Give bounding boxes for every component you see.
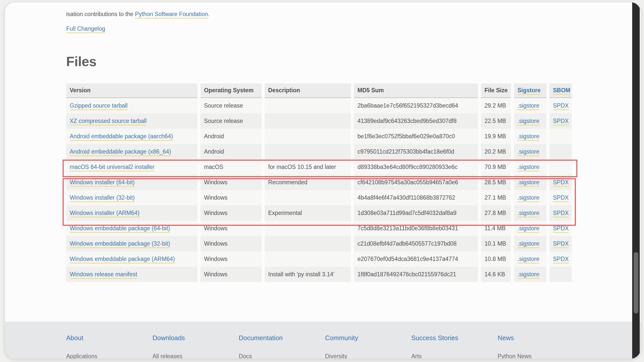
cell-description bbox=[263, 98, 352, 114]
footer-heading-link[interactable]: News bbox=[498, 334, 584, 342]
cell-version: Android embeddable package (x86_64) bbox=[66, 144, 199, 159]
footer-column: DocumentationDocs bbox=[239, 334, 325, 359]
footer-column: Success StoriesArts bbox=[411, 334, 498, 359]
version-link[interactable]: Android embeddable package (x86_64) bbox=[70, 148, 171, 155]
footer-link[interactable]: All releases bbox=[152, 353, 239, 359]
sigstore-link[interactable]: .sigstore bbox=[517, 256, 539, 262]
cell-sigstore: .sigstore bbox=[512, 98, 548, 114]
cell-description bbox=[263, 236, 352, 251]
footer-column: DownloadsAll releases bbox=[152, 334, 239, 359]
cell-version: XZ compressed source tarball bbox=[66, 113, 199, 129]
footer-heading-link[interactable]: Community bbox=[325, 334, 411, 342]
cell-sigstore: .sigstore bbox=[512, 144, 548, 159]
psf-link[interactable]: Python Software Foundation bbox=[135, 11, 208, 17]
sigstore-link[interactable]: .sigstore bbox=[517, 133, 539, 140]
sigstore-link[interactable]: .sigstore bbox=[517, 271, 539, 278]
footer-column: AboutApplications bbox=[66, 334, 152, 359]
cell-version: Windows embeddable package (32-bit) bbox=[66, 236, 199, 251]
footer-link[interactable]: Docs bbox=[239, 353, 325, 359]
cell-description bbox=[263, 113, 352, 129]
sigstore-link[interactable]: .sigstore bbox=[517, 240, 539, 247]
sbom-link[interactable]: SPDX bbox=[553, 256, 569, 262]
version-link[interactable]: Gzipped source tarball bbox=[70, 102, 128, 109]
cell-description bbox=[263, 144, 352, 159]
footer-link[interactable]: Diversity bbox=[325, 353, 411, 359]
cell-sbom: SPDX bbox=[548, 113, 572, 129]
cell-sbom bbox=[548, 129, 572, 144]
cell-description: Install with 'py install 3.14' bbox=[263, 267, 352, 282]
column-header-description: Description bbox=[263, 83, 352, 98]
footer: AboutApplicationsDownloadsAll releasesDo… bbox=[5, 322, 641, 359]
sigstore-link[interactable]: .sigstore bbox=[517, 118, 539, 124]
table-row: Android embeddable package (aarch64)Andr… bbox=[66, 129, 572, 144]
column-header-os: Operating System bbox=[199, 83, 263, 98]
cell-file-size: 19.9 MB bbox=[479, 129, 512, 144]
footer-column: NewsPython News bbox=[498, 334, 584, 359]
scrollbar-thumb[interactable] bbox=[634, 252, 638, 313]
column-header-file-size: File Size bbox=[479, 83, 512, 98]
cell-description bbox=[263, 129, 352, 144]
version-link[interactable]: Windows embeddable package (64-bit) bbox=[70, 225, 170, 232]
intro-paragraph: isation contributions to the Python Soft… bbox=[66, 10, 210, 18]
cell-version: Android embeddable package (aarch64) bbox=[66, 129, 199, 144]
cell-os: Windows bbox=[199, 236, 263, 251]
cell-md5: be1f8e3ec0752f5bbaf6e029e0a870c0 bbox=[352, 129, 479, 144]
cell-os: Windows bbox=[199, 267, 263, 282]
cell-sigstore: .sigstore bbox=[512, 251, 548, 267]
cell-os: Source release bbox=[199, 98, 263, 114]
footer-link[interactable]: Python News bbox=[498, 353, 584, 359]
sbom-link[interactable]: SPDX bbox=[553, 102, 569, 109]
cell-file-size: 29.2 MB bbox=[479, 98, 512, 114]
footer-heading-link[interactable]: About bbox=[66, 334, 152, 342]
table-row: Android embeddable package (x86_64)Andro… bbox=[66, 144, 572, 159]
version-link[interactable]: Windows embeddable package (ARM64) bbox=[70, 256, 175, 262]
cell-os: Windows bbox=[199, 251, 263, 267]
sbom-link[interactable]: SPDX bbox=[553, 118, 569, 124]
version-link[interactable]: Android embeddable package (aarch64) bbox=[70, 133, 173, 140]
cell-sigstore: .sigstore bbox=[512, 236, 548, 251]
intro-text-fragment: isation contributions to the bbox=[66, 11, 135, 17]
highlight-box-windows-installer-rows bbox=[63, 178, 576, 226]
footer-heading-link[interactable]: Downloads bbox=[152, 334, 239, 342]
browser-page: isation contributions to the Python Soft… bbox=[5, 2, 641, 359]
cell-file-size: 10.8 MB bbox=[479, 251, 512, 267]
sentence-end: . bbox=[208, 11, 210, 17]
sigstore-link[interactable]: .sigstore bbox=[517, 148, 539, 155]
cell-md5: c9795011cd212f75303bb4fac18e6f0d bbox=[352, 144, 479, 159]
scrollbar-track[interactable] bbox=[632, 2, 640, 359]
footer-link[interactable]: Applications bbox=[66, 353, 152, 359]
cell-os: Android bbox=[199, 129, 263, 144]
version-link[interactable]: Windows embeddable package (32-bit) bbox=[70, 240, 170, 247]
column-header-sbom-link[interactable]: SBOM bbox=[553, 87, 570, 94]
footer-heading-link[interactable]: Success Stories bbox=[411, 334, 498, 342]
table-row: Windows embeddable package (ARM64)Window… bbox=[66, 251, 572, 267]
table-header-row: Version Operating System Description MD5… bbox=[66, 83, 572, 98]
version-link[interactable]: Windows release manifest bbox=[70, 271, 137, 278]
column-header-sigstore-link[interactable]: Sigstore bbox=[517, 87, 541, 94]
table-row: Windows release manifestWindowsInstall w… bbox=[66, 267, 572, 282]
cell-md5: 1f8f0ad1876492476cbc02155976dc21 bbox=[352, 267, 479, 282]
files-heading: Files bbox=[66, 54, 97, 69]
column-header-md5: MD5 Sum bbox=[352, 83, 479, 98]
cell-version: Gzipped source tarball bbox=[66, 98, 199, 114]
footer-link[interactable]: Arts bbox=[411, 353, 498, 359]
cell-os: Source release bbox=[199, 113, 263, 129]
highlight-box-macos-installer-row bbox=[63, 160, 577, 177]
footer-heading-link[interactable]: Documentation bbox=[239, 334, 325, 342]
cell-sigstore: .sigstore bbox=[512, 267, 548, 282]
footer-columns: AboutApplicationsDownloadsAll releasesDo… bbox=[5, 322, 641, 359]
cell-sigstore: .sigstore bbox=[512, 129, 548, 144]
cell-file-size: 20.2 MB bbox=[479, 144, 512, 159]
cell-description bbox=[263, 251, 352, 267]
version-link[interactable]: XZ compressed source tarball bbox=[70, 118, 147, 124]
cell-file-size: 14.6 KB bbox=[479, 267, 512, 282]
sigstore-link[interactable]: .sigstore bbox=[517, 102, 539, 109]
sigstore-link[interactable]: .sigstore bbox=[517, 225, 539, 232]
full-changelog-link[interactable]: Full Changelog bbox=[66, 25, 105, 32]
sbom-link[interactable]: SPDX bbox=[553, 225, 569, 232]
column-header-version: Version bbox=[66, 83, 199, 98]
cell-sbom: SPDX bbox=[548, 251, 572, 267]
cell-file-size: 22.5 MB bbox=[479, 113, 512, 129]
cell-sbom: SPDX bbox=[548, 236, 572, 251]
sbom-link[interactable]: SPDX bbox=[553, 240, 569, 247]
